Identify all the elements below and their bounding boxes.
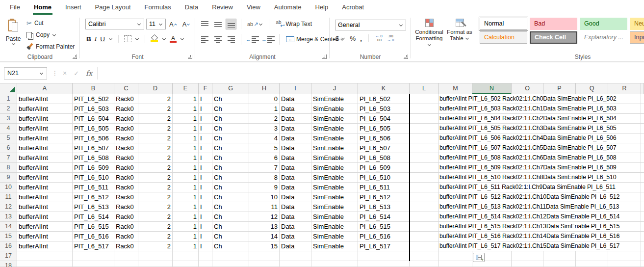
column-header-H[interactable]: H — [249, 83, 280, 94]
spill-text-row-1[interactable]: bufferAIInt PIT_L6_502 Rack02:1:I.Ch0Dat… — [439, 94, 641, 104]
cell-D18[interactable] — [138, 261, 173, 267]
cell-D6[interactable]: 2 — [138, 143, 173, 153]
middle-align-button[interactable] — [212, 19, 223, 29]
spill-text-row-12[interactable]: bufferAIInt PIT_L6_513 Rack02:1:I.Ch11Da… — [439, 202, 641, 212]
cell-J16[interactable]: SimEnable — [311, 241, 358, 251]
cell-I14[interactable]: Data — [280, 222, 311, 232]
borders-button[interactable] — [124, 35, 131, 42]
cell-E10[interactable]: 1 — [173, 183, 199, 192]
cell-F7[interactable]: I — [199, 153, 212, 163]
row-header-3[interactable]: 3 — [0, 114, 17, 124]
cell-F18[interactable] — [199, 261, 212, 267]
cell-A16[interactable]: bufferAIInt — [17, 241, 73, 251]
cell-G11[interactable]: Ch — [212, 192, 249, 202]
row-header-4[interactable]: 4 — [0, 124, 17, 134]
cell-I18[interactable] — [280, 261, 311, 267]
cell-C2[interactable]: Rack0 — [114, 104, 138, 114]
cell-C16[interactable]: Rack0 — [114, 241, 138, 251]
cell-G13[interactable]: Ch — [212, 212, 249, 222]
cell-J17[interactable] — [311, 251, 358, 261]
spill-text-row-13[interactable]: bufferAIInt PIT_L6_514 Rack02:1:I.Ch12Da… — [439, 212, 641, 221]
cell-H16[interactable]: 15 — [249, 241, 280, 251]
cell-I1[interactable]: Data — [280, 94, 311, 104]
paste-options-button[interactable]: + — [473, 253, 485, 262]
cell-E14[interactable]: 1 — [173, 222, 199, 232]
cell-B9[interactable]: PIT_L6_510 — [73, 173, 114, 183]
cell-J15[interactable]: SimEnable — [311, 232, 358, 241]
cell-C17[interactable] — [114, 251, 138, 261]
cell-I2[interactable]: Data — [280, 104, 311, 114]
cell-L5[interactable] — [410, 134, 439, 143]
font-dialog-launcher-icon[interactable] — [188, 54, 192, 59]
underline-button[interactable]: U — [100, 35, 105, 43]
cell-H6[interactable]: 5 — [249, 143, 280, 153]
cell-C13[interactable]: Rack0 — [114, 212, 138, 222]
style-good[interactable]: Good — [580, 18, 627, 30]
cell-C14[interactable]: Rack0 — [114, 222, 138, 232]
style-bad[interactable]: Bad — [530, 18, 577, 30]
cell-B17[interactable] — [73, 251, 114, 261]
tab-review[interactable]: Review — [205, 0, 240, 15]
cell-D14[interactable]: 2 — [138, 222, 173, 232]
cell-G2[interactable]: Ch — [212, 104, 249, 114]
cell-B7[interactable]: PIT_L6_508 — [73, 153, 114, 163]
spill-text-row-14[interactable]: bufferAIInt PIT_L6_515 Rack02:1:I.Ch13Da… — [439, 222, 641, 231]
formula-input[interactable] — [101, 63, 644, 83]
column-header-A[interactable]: A — [17, 83, 73, 94]
cell-F14[interactable]: I — [199, 222, 212, 232]
spill-text-row-15[interactable]: bufferAIInt PIT_L6_516 Rack02:1:I.Ch14Da… — [439, 232, 641, 241]
cell-A2[interactable]: bufferAIInt — [17, 104, 73, 114]
cell-A15[interactable]: bufferAIInt — [17, 232, 73, 241]
cell-E16[interactable]: 1 — [173, 241, 199, 251]
cell-P18[interactable] — [543, 261, 576, 267]
row-header-11[interactable]: 11 — [0, 192, 17, 202]
cell-B6[interactable]: PIT_L6_507 — [73, 143, 114, 153]
row-header-6[interactable]: 6 — [0, 143, 17, 153]
cell-G16[interactable]: Ch — [212, 241, 249, 251]
style-explanatory[interactable]: Explanatory ... — [580, 31, 627, 44]
cell-H18[interactable] — [249, 261, 280, 267]
wrap-text-button[interactable]: ab↩Wrap Text — [274, 21, 314, 27]
cell-B3[interactable]: PIT_L6_504 — [73, 114, 114, 124]
cell-A17[interactable] — [17, 251, 73, 261]
cell-E2[interactable]: 1 — [173, 104, 199, 114]
cell-I4[interactable]: Data — [280, 124, 311, 134]
cell-I9[interactable]: Data — [280, 173, 311, 183]
cell-K13[interactable]: PI_L6_514 — [358, 212, 410, 222]
cell-D4[interactable]: 2 — [138, 124, 173, 134]
format-as-table-button[interactable]: Format as Table — [445, 16, 474, 42]
column-header-M[interactable]: M — [439, 83, 472, 94]
comma-style-button[interactable]: , — [360, 35, 362, 42]
cell-G15[interactable]: Ch — [212, 232, 249, 241]
cell-B1[interactable]: PIT_L6_502 — [73, 94, 114, 104]
copy-button[interactable]: Copy — [26, 29, 75, 41]
row-header-2[interactable]: 2 — [0, 104, 17, 114]
cell-D5[interactable]: 2 — [138, 134, 173, 143]
cell-E5[interactable]: 1 — [173, 134, 199, 143]
cell-J5[interactable]: SimEnable — [311, 134, 358, 143]
cell-K7[interactable]: PI_L6_508 — [358, 153, 410, 163]
insert-function-icon[interactable]: fx — [86, 69, 92, 77]
cell-F4[interactable]: I — [199, 124, 212, 134]
cell-C3[interactable]: Rack0 — [114, 114, 138, 124]
cell-H17[interactable] — [249, 251, 280, 261]
decrease-decimal-button[interactable]: .00→.0 — [387, 34, 394, 42]
cell-L12[interactable] — [410, 202, 439, 212]
bold-button[interactable]: B — [86, 35, 91, 43]
tab-acrobat[interactable]: Acrobat — [335, 0, 371, 15]
cell-G17[interactable] — [212, 251, 249, 261]
cell-L4[interactable] — [410, 124, 439, 134]
font-name-combo[interactable]: Calibri — [85, 19, 144, 29]
tab-file[interactable]: File — [3, 0, 27, 15]
cell-B10[interactable]: PIT_L6_511 — [73, 183, 114, 192]
cell-G6[interactable]: Ch — [212, 143, 249, 153]
spill-text-row-16[interactable]: bufferAIInt PIT_L6_517 Rack02:1:I.Ch15Da… — [439, 241, 641, 251]
cell-I12[interactable]: Data — [280, 202, 311, 212]
cell-H3[interactable]: 2 — [249, 114, 280, 124]
cell-J11[interactable]: SimEnable — [311, 192, 358, 202]
cell-I15[interactable]: Data — [280, 232, 311, 241]
cell-C15[interactable]: Rack0 — [114, 232, 138, 241]
cell-B8[interactable]: PIT_L6_509 — [73, 163, 114, 173]
cell-L1[interactable] — [410, 94, 439, 104]
style-input[interactable]: Input — [630, 31, 644, 44]
